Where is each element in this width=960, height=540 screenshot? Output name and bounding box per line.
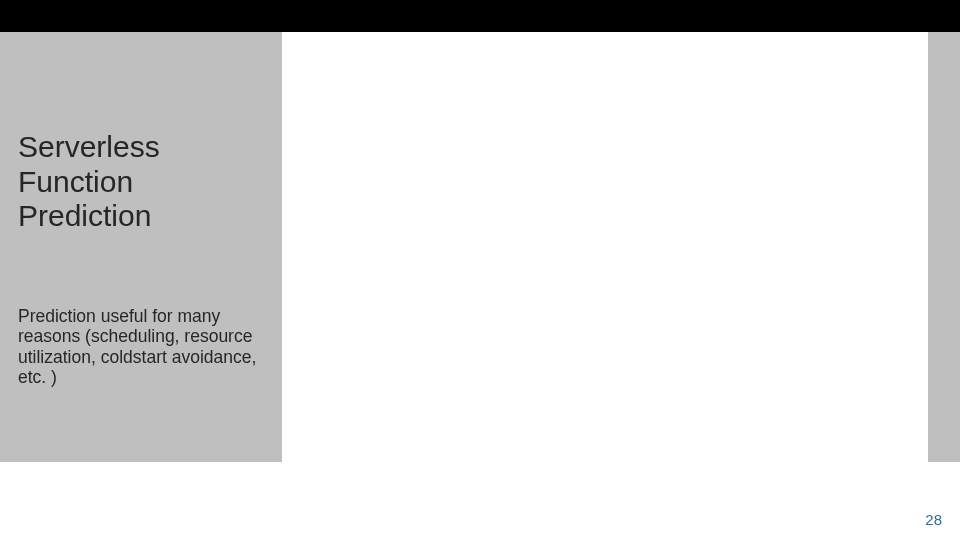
slide-title: Serverless Function Prediction <box>18 130 264 234</box>
right-gray-strip <box>928 32 960 462</box>
left-sidebar-panel: Serverless Function Prediction Predictio… <box>0 32 282 462</box>
top-black-bar <box>0 0 960 32</box>
page-number: 28 <box>925 511 942 528</box>
slide-subtitle: Prediction useful for many reasons (sche… <box>18 306 264 389</box>
main-content-area <box>282 32 928 462</box>
slide-container: Serverless Function Prediction Predictio… <box>0 0 960 540</box>
